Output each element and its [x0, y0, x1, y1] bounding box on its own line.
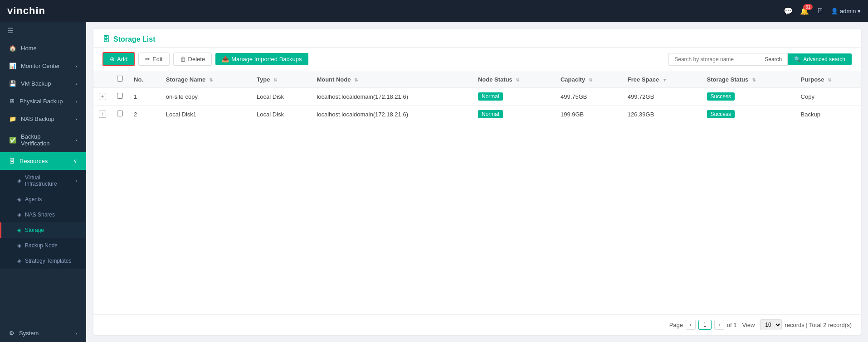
- sidebar-label-backup-node: Backup Node: [25, 242, 58, 249]
- delete-icon: 🗑: [180, 56, 186, 63]
- table-header-row: No. Storage Name ⇅ Type ⇅ Mount Node ⇅ N…: [93, 71, 861, 88]
- panel-title: Storage List: [113, 35, 155, 43]
- col-capacity[interactable]: Capacity ⇅: [555, 71, 622, 88]
- cell-storage-status: Success: [702, 88, 795, 106]
- sidebar-label-backup-verification: Backup Verification: [21, 133, 71, 147]
- manage-imported-label: Manage Imported Backups: [231, 56, 302, 63]
- messages-icon[interactable]: 💬: [784, 7, 793, 15]
- sidebar-item-storage[interactable]: ◈ Storage: [0, 222, 86, 238]
- sidebar-item-monitor-center[interactable]: 📊 Monitor Center ›: [0, 57, 86, 75]
- search-box: Search 🔍 Advanced search: [668, 53, 852, 66]
- search-icon: 🔍: [794, 56, 801, 63]
- content-area: 🗄 Storage List ⊕ Add ✏ Edit 🗑 Delete: [86, 22, 868, 342]
- cell-type: Local Disk: [251, 88, 311, 106]
- sidebar-item-nas-shares[interactable]: ◈ NAS Shares: [0, 207, 86, 222]
- col-purpose[interactable]: Purpose ⇅: [795, 71, 861, 88]
- cell-no: 1: [128, 88, 161, 106]
- checkbox-cell[interactable]: [112, 106, 128, 123]
- row-checkbox[interactable]: [117, 93, 123, 99]
- search-input[interactable]: [668, 53, 759, 66]
- col-storage-status[interactable]: Storage Status ⇅: [702, 71, 795, 88]
- storage-status-badge: Success: [707, 110, 735, 118]
- sidebar-item-virtual-infrastructure[interactable]: ◈ Virtual Infrastructure ›: [0, 170, 86, 192]
- chevron-right-icon-bv: ›: [75, 137, 77, 143]
- toolbar: ⊕ Add ✏ Edit 🗑 Delete 📥 Manage Imported …: [93, 48, 861, 71]
- cell-no: 2: [128, 106, 161, 123]
- sidebar-label-virtual-infrastructure: Virtual Infrastructure: [25, 174, 72, 187]
- chevron-right-icon-vm: ›: [75, 81, 77, 87]
- sidebar-item-vm-backup[interactable]: 💾 VM Backup ›: [0, 75, 86, 92]
- col-no: No.: [128, 71, 161, 88]
- expand-cell[interactable]: +: [93, 106, 112, 123]
- sidebar-item-home[interactable]: 🏠 Home: [0, 39, 86, 57]
- advanced-search-button[interactable]: 🔍 Advanced search: [788, 53, 852, 65]
- virtual-infrastructure-icon: ◈: [17, 178, 21, 184]
- node-status-badge: Normal: [478, 110, 503, 118]
- logo-text: vinchin: [7, 5, 45, 16]
- sidebar-item-resources[interactable]: 🗄 Resources ∨: [0, 152, 86, 170]
- nas-backup-icon: 📁: [9, 116, 16, 122]
- chevron-right-icon: ›: [75, 63, 77, 69]
- notification-badge: 61: [803, 4, 813, 10]
- expand-plus-icon[interactable]: +: [99, 93, 106, 100]
- records-per-page-select[interactable]: 10 20 50: [760, 319, 782, 330]
- sidebar-item-system[interactable]: ⚙ System ›: [0, 324, 86, 342]
- sidebar-item-backup-verification[interactable]: ✅ Backup Verification ›: [0, 128, 86, 152]
- delete-button[interactable]: 🗑 Delete: [173, 53, 212, 66]
- strategy-templates-icon: ◈: [17, 258, 21, 264]
- home-icon: 🏠: [9, 45, 16, 52]
- cell-capacity: 199.9GB: [555, 106, 622, 123]
- sidebar: ☰ 🏠 Home 📊 Monitor Center › 💾 VM Backup …: [0, 22, 86, 342]
- notifications-icon[interactable]: 🔔 61: [800, 7, 809, 15]
- sidebar-toggle[interactable]: ☰: [0, 22, 86, 39]
- prev-page-button[interactable]: ‹: [686, 320, 696, 330]
- row-checkbox[interactable]: [117, 111, 123, 116]
- sidebar-item-nas-backup[interactable]: 📁 NAS Backup ›: [0, 110, 86, 128]
- col-type[interactable]: Type ⇅: [251, 71, 311, 88]
- sidebar-item-backup-node[interactable]: ◈ Backup Node: [0, 238, 86, 253]
- delete-label: Delete: [188, 56, 205, 63]
- expand-plus-icon[interactable]: +: [99, 111, 106, 118]
- cell-free-space: 499.72GB: [622, 88, 702, 106]
- cell-storage-name: Local Disk1: [161, 106, 251, 123]
- col-storage-name[interactable]: Storage Name ⇅: [161, 71, 251, 88]
- table-body: + 1 on-site copy Local Disk localhost.lo…: [93, 88, 861, 123]
- cell-node-status: Normal: [473, 88, 555, 106]
- expand-cell[interactable]: +: [93, 88, 112, 106]
- cell-node-status: Normal: [473, 106, 555, 123]
- chevron-right-icon-system: ›: [75, 331, 77, 336]
- cell-mount-node: localhost.localdomain(172.18.21.6): [311, 88, 473, 106]
- checkbox-cell[interactable]: [112, 88, 128, 106]
- sort-icon-storage-status: ⇅: [752, 77, 756, 82]
- manage-imported-button[interactable]: 📥 Manage Imported Backups: [215, 53, 308, 65]
- admin-menu[interactable]: 👤 admin ▾: [831, 8, 861, 14]
- select-all-checkbox[interactable]: [117, 76, 123, 82]
- backup-verification-icon: ✅: [9, 137, 16, 144]
- col-free-space[interactable]: Free Space ▼: [622, 71, 702, 88]
- add-label: Add: [117, 56, 127, 63]
- next-page-button[interactable]: ›: [714, 320, 724, 330]
- cell-purpose: Backup: [795, 106, 861, 123]
- backup-node-icon: ◈: [17, 242, 21, 249]
- table-wrapper: No. Storage Name ⇅ Type ⇅ Mount Node ⇅ N…: [93, 71, 861, 314]
- col-node-status[interactable]: Node Status ⇅: [473, 71, 555, 88]
- top-header: vinchin 💬 🔔 61 🖥 👤 admin ▾: [0, 0, 868, 22]
- chevron-down-icon-resources: ∨: [73, 158, 77, 164]
- edit-button[interactable]: ✏ Edit: [138, 53, 169, 66]
- nas-shares-icon: ◈: [17, 212, 21, 218]
- sidebar-item-agents[interactable]: ◈ Agents: [0, 192, 86, 207]
- add-button[interactable]: ⊕ Add: [102, 52, 135, 66]
- checkbox-col-header: [112, 71, 128, 88]
- current-page: 1: [698, 320, 712, 330]
- header-right: 💬 🔔 61 🖥 👤 admin ▾: [784, 7, 861, 15]
- sort-icon-type: ⇅: [273, 77, 277, 82]
- monitor-center-icon: 📊: [9, 63, 16, 69]
- search-button[interactable]: Search: [759, 53, 788, 66]
- sidebar-item-physical-backup[interactable]: 🖥 Physical Backup ›: [0, 92, 86, 110]
- table-row: + 2 Local Disk1 Local Disk localhost.loc…: [93, 106, 861, 123]
- col-mount-node[interactable]: Mount Node ⇅: [311, 71, 473, 88]
- sidebar-item-strategy-templates[interactable]: ◈ Strategy Templates: [0, 253, 86, 269]
- sidebar-label-nas-backup: NAS Backup: [21, 116, 54, 122]
- sort-icon-node-status: ⇅: [516, 77, 519, 82]
- monitor-icon[interactable]: 🖥: [816, 7, 824, 15]
